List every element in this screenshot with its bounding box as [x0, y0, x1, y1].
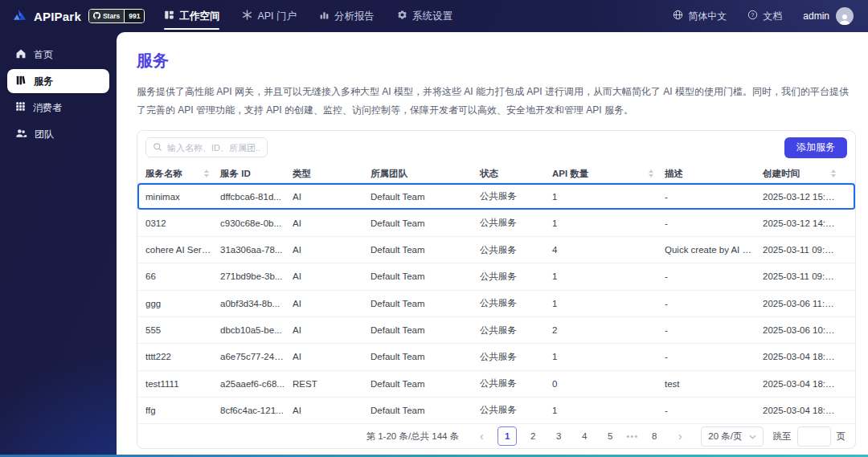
table-row[interactable]: minimaxdffcbca6-81d...AIDefault Team公共服务…	[137, 183, 855, 210]
next-page-icon[interactable]: ›	[670, 426, 690, 446]
cell-status: 公共服务	[480, 190, 552, 202]
page-description: 服务提供了高性能 API 网关，并且可以无缝接入多种大型 AI 模型，并将这些 …	[137, 83, 856, 120]
cell-created: 2025-03-11 09:37:42	[763, 245, 847, 255]
column-header-5[interactable]: API 数量	[552, 168, 665, 180]
github-stars-label: Stars	[103, 13, 120, 20]
cell-name: 0312	[145, 218, 220, 228]
cell-created: 2025-03-12 14:11:20	[763, 218, 847, 228]
cell-created: 2025-03-04 18:40:42	[763, 379, 847, 389]
jump-suffix: 页	[837, 430, 846, 443]
sidebar-item-2[interactable]: 消费者	[7, 96, 109, 120]
cell-api_count: 1	[552, 218, 665, 228]
cell-api_count: 1	[552, 192, 665, 202]
sort-icon[interactable]	[831, 169, 836, 177]
cell-id: dffcbca6-81d...	[220, 192, 293, 202]
help-icon: ?	[747, 10, 758, 22]
search-icon	[153, 141, 162, 155]
cell-name: ggg	[145, 299, 220, 308]
language-switcher[interactable]: 简体中文	[673, 10, 727, 23]
cell-created: 2025-03-04 18:13:35	[763, 406, 847, 415]
sort-icon[interactable]	[204, 169, 209, 177]
jump-input[interactable]	[797, 426, 831, 447]
jump-to-page: 跳至 页	[773, 426, 846, 447]
top-nav-item-1[interactable]: API 门户	[242, 0, 297, 32]
main-content: 服务 服务提供了高性能 API 网关，并且可以无缝接入多种大型 AI 模型，并将…	[117, 32, 868, 457]
table-row[interactable]: 555dbcb10a5-be...AIDefault Team公共服务2-202…	[137, 317, 855, 344]
workspace-icon	[164, 10, 174, 22]
cell-team: Default Team	[371, 218, 480, 228]
table-body: minimaxdffcbca6-81d...AIDefault Team公共服务…	[137, 183, 855, 424]
table-row[interactable]: ggga0bf3d34-8b...AIDefault Team公共服务1-202…	[137, 291, 855, 317]
cell-type: AI	[293, 299, 371, 308]
add-service-button[interactable]: 添加服务	[784, 137, 847, 158]
cell-status: 公共服务	[480, 297, 552, 309]
portal-icon	[242, 10, 252, 22]
page-button-2[interactable]: 2	[523, 426, 542, 446]
globe-icon	[673, 10, 683, 22]
cell-team: Default Team	[371, 325, 480, 335]
top-nav-label: API 门户	[257, 10, 297, 23]
cell-id: a6e75c77-246...	[220, 352, 293, 361]
cell-desc: -	[665, 325, 763, 335]
cell-created: 2025-03-04 18:42:40	[763, 352, 847, 361]
sidebar-item-1[interactable]: 服务	[7, 69, 109, 93]
page-button-5[interactable]: 5	[600, 426, 620, 446]
table-row[interactable]: 0312c930c68e-0b...AIDefault Team公共服务1-20…	[137, 210, 855, 237]
table-row[interactable]: test1111a25aaef6-c68...RESTDefault Team公…	[137, 371, 855, 398]
top-nav-label: 系统设置	[412, 10, 452, 23]
table-row[interactable]: tttt222a6e75c77-246...AIDefault Team公共服务…	[137, 344, 855, 370]
cell-name: cohere AI Service	[145, 245, 220, 255]
column-header-0[interactable]: 服务名称	[145, 168, 220, 180]
page-button-3[interactable]: 3	[549, 426, 568, 446]
page-size-select[interactable]: 20 条/页	[701, 426, 763, 447]
top-nav-menu: 工作空间 API 门户 分析报告 系统设置	[164, 0, 452, 32]
cell-team: Default Team	[371, 379, 480, 389]
table-row[interactable]: ffg8cf6c4ac-121...AIDefault Team公共服务1-20…	[137, 398, 855, 424]
cell-name: 555	[145, 325, 220, 335]
search-input[interactable]	[167, 143, 260, 153]
table-row[interactable]: 66271bd9be-3b...AIDefault Team公共服务1-2025…	[137, 263, 855, 290]
cell-api_count: 1	[552, 299, 665, 308]
cell-desc: Quick create by AI provider	[665, 245, 763, 255]
chevron-down-icon	[749, 431, 756, 441]
cell-team: Default Team	[371, 406, 480, 415]
username: admin	[803, 10, 829, 22]
github-stars-badge[interactable]: Stars 991	[88, 9, 145, 24]
top-nav-item-2[interactable]: 分析报告	[319, 0, 375, 32]
table-row[interactable]: cohere AI Service31a306aa-78...AIDefault…	[137, 237, 855, 263]
search-box[interactable]	[145, 137, 268, 157]
cell-type: REST	[293, 379, 371, 389]
column-header-7[interactable]: 创建时间	[763, 168, 847, 180]
cell-type: AI	[293, 352, 371, 361]
card-toolbar: 添加服务	[137, 131, 855, 165]
top-nav-item-3[interactable]: 系统设置	[397, 0, 452, 32]
sidebar-item-3[interactable]: 团队	[7, 122, 109, 146]
cell-status: 公共服务	[480, 217, 552, 229]
cell-status: 公共服务	[480, 324, 552, 337]
sidebar-item-label: 团队	[35, 128, 54, 141]
cell-type: AI	[293, 192, 371, 202]
page-button-8[interactable]: 8	[645, 426, 664, 446]
cell-desc: test	[665, 379, 763, 389]
cell-status: 公共服务	[480, 244, 552, 256]
cell-api_count: 1	[552, 352, 665, 361]
page-ellipsis[interactable]: •••	[626, 431, 638, 441]
page-button-1[interactable]: 1	[497, 426, 517, 446]
cell-status: 公共服务	[480, 271, 552, 283]
sidebar-item-0[interactable]: 首页	[7, 43, 109, 67]
cell-created: 2025-03-11 09:29:29	[763, 271, 847, 281]
column-header-2: 类型	[293, 168, 371, 180]
cell-created: 2025-03-06 11:39:28	[763, 299, 847, 308]
user-menu[interactable]: admin	[803, 7, 854, 25]
cell-id: 271bd9be-3b...	[220, 271, 293, 281]
docs-link[interactable]: ? 文档	[747, 10, 782, 23]
brand-logo[interactable]: APIPark	[11, 7, 81, 25]
sort-icon[interactable]	[649, 169, 653, 177]
top-navbar: APIPark Stars 991 工作空间 API 门户 分析报告 系统设置 …	[0, 0, 868, 32]
sidebar-item-label: 消费者	[33, 101, 62, 115]
prev-page-icon[interactable]: ‹	[472, 426, 491, 446]
page-button-4[interactable]: 4	[575, 426, 594, 446]
top-nav-item-0[interactable]: 工作空间	[164, 0, 219, 32]
cell-name: test1111	[145, 379, 220, 389]
sidebar-item-label: 首页	[34, 48, 53, 62]
